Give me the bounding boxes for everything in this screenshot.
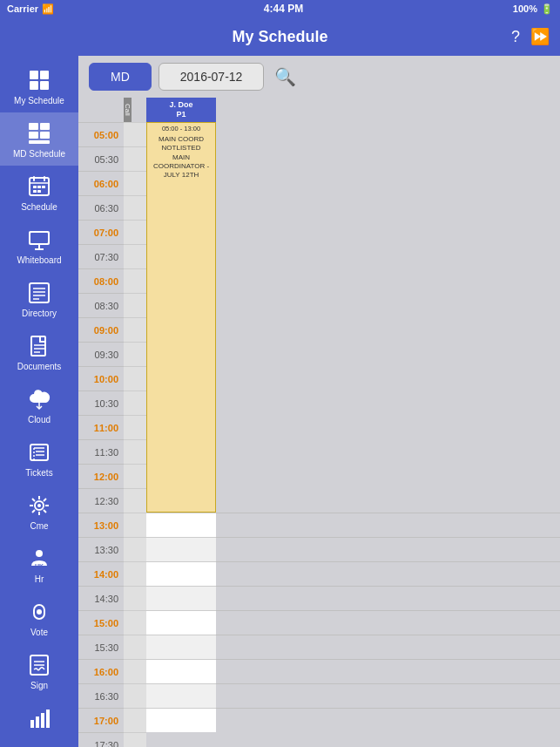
jdoe-column: J. DoeP1 05:00 - 13:00 MAIN COORD NOTLIS… [146, 98, 216, 747]
time-1500: 15:00 [78, 610, 124, 635]
svg-point-39 [37, 504, 41, 507]
svg-rect-55 [30, 720, 34, 728]
svg-line-45 [44, 510, 46, 513]
time-0600: 06:00 [78, 171, 124, 195]
time-0800: 08:00 [78, 268, 124, 293]
time-0930: 09:30 [78, 342, 124, 366]
jdoe-slot [146, 610, 216, 635]
time-1100: 11:00 [78, 415, 124, 439]
help-icon[interactable]: ? [511, 28, 520, 46]
time-0700: 07:00 [78, 220, 124, 244]
call-slot [124, 464, 146, 488]
status-time: 4:44 PM [264, 3, 303, 15]
call-slot [124, 195, 146, 220]
sidebar-label-md-schedule: MD Schedule [13, 149, 65, 159]
sidebar-item-schedule[interactable]: Schedule [0, 166, 78, 219]
svg-rect-14 [37, 186, 41, 188]
documents-icon [22, 332, 57, 360]
remaining-event-area [216, 122, 560, 513]
svg-rect-5 [40, 123, 50, 130]
call-slot [124, 610, 146, 635]
call-slot [124, 683, 146, 708]
top-nav-bar: My Schedule ? ⏩ [0, 17, 560, 56]
sidebar-item-sign[interactable]: Sign [0, 644, 78, 697]
time-0830: 08:30 [78, 293, 124, 317]
cloud-icon [22, 385, 57, 413]
svg-point-48 [36, 550, 43, 557]
call-slot [124, 513, 146, 537]
svg-rect-7 [40, 132, 50, 139]
call-slot [124, 390, 146, 415]
sidebar-label-tickets: Tickets [25, 468, 52, 478]
event-content: 05:00 - 13:00 MAIN COORD NOTLISTED MAIN … [147, 123, 215, 182]
md-schedule-icon [22, 119, 57, 147]
svg-rect-2 [30, 81, 38, 90]
svg-rect-22 [30, 233, 48, 243]
call-slot [124, 537, 146, 561]
status-bar: Carrier 📶 4:44 PM 100% 🔋 [0, 0, 560, 17]
svg-rect-57 [41, 713, 44, 728]
sidebar-label-schedule: Schedule [21, 202, 57, 212]
call-slot [124, 171, 146, 195]
sidebar-label-directory: Directory [22, 309, 57, 318]
tab-bar: MD 2016-07-12 🔍 [78, 56, 560, 98]
sidebar-item-md-schedule[interactable]: MD Schedule [0, 112, 78, 166]
cme-icon [22, 492, 57, 520]
svg-rect-10 [33, 176, 35, 181]
sidebar-item-whiteboard[interactable]: Whiteboard [0, 219, 78, 272]
schedule-grid: 05:00 05:30 06:00 06:30 07:00 07:30 08:0… [78, 98, 560, 747]
jdoe-slot [146, 659, 216, 683]
call-slot [124, 635, 146, 659]
sidebar-item-directory[interactable]: Directory [0, 272, 78, 325]
time-1030: 10:30 [78, 390, 124, 415]
vote-icon [22, 598, 57, 626]
sidebar: My Schedule MD Schedule [0, 56, 78, 747]
sidebar-item-cloud[interactable]: Cloud [0, 378, 78, 431]
tab-md[interactable]: MD [89, 63, 152, 91]
sidebar-item-vote[interactable]: Vote [0, 591, 78, 644]
svg-line-46 [44, 499, 46, 501]
time-1300: 13:00 [78, 513, 124, 537]
remaining-slot [216, 561, 560, 586]
remaining-slot [216, 659, 560, 683]
time-1200: 12:00 [78, 464, 124, 488]
schedule-container[interactable]: 05:00 05:30 06:00 06:30 07:00 07:30 08:0… [78, 98, 560, 747]
sidebar-label-documents: Documents [17, 362, 62, 371]
time-1530: 15:30 [78, 635, 124, 659]
call-slot [124, 317, 146, 342]
time-1630: 16:30 [78, 683, 124, 708]
remaining-header [216, 98, 560, 122]
svg-line-44 [32, 499, 35, 501]
call-column: Call [124, 98, 146, 747]
sidebar-label-cme: Cme [30, 521, 48, 531]
svg-rect-4 [29, 123, 38, 130]
sidebar-item-cme[interactable]: Cme [0, 485, 78, 538]
sidebar-item-tickets[interactable]: Tickets [0, 431, 78, 485]
sidebar-item-documents[interactable]: Documents [0, 325, 78, 378]
search-button[interactable]: 🔍 [274, 66, 296, 87]
sidebar-label-vote: Vote [30, 628, 48, 637]
svg-rect-17 [37, 190, 41, 193]
time-1600: 16:00 [78, 659, 124, 683]
event-block: 05:00 - 13:00 MAIN COORD NOTLISTED MAIN … [146, 122, 216, 513]
svg-rect-1 [40, 71, 49, 79]
remaining-slot [216, 537, 560, 561]
sidebar-item-hr[interactable]: HK Hr [0, 538, 78, 591]
time-1730: 17:30 [78, 732, 124, 747]
svg-rect-13 [33, 186, 37, 188]
tab-date[interactable]: 2016-07-12 [159, 63, 265, 91]
battery-icon: 🔋 [541, 3, 553, 15]
battery-info: 100% 🔋 [513, 3, 553, 15]
call-slot [124, 659, 146, 683]
jdoe-slot [146, 708, 216, 732]
forward-icon[interactable]: ⏩ [530, 27, 550, 46]
time-1700: 17:00 [78, 708, 124, 732]
wifi-icon: 📶 [42, 3, 54, 15]
sidebar-item-my-schedule[interactable]: My Schedule [0, 59, 78, 112]
svg-rect-0 [30, 71, 38, 79]
call-slot [124, 244, 146, 268]
jdoe-slot [146, 635, 216, 659]
call-header: Call [124, 98, 132, 122]
sidebar-item-stats[interactable] [0, 697, 78, 741]
svg-rect-33 [30, 445, 48, 460]
